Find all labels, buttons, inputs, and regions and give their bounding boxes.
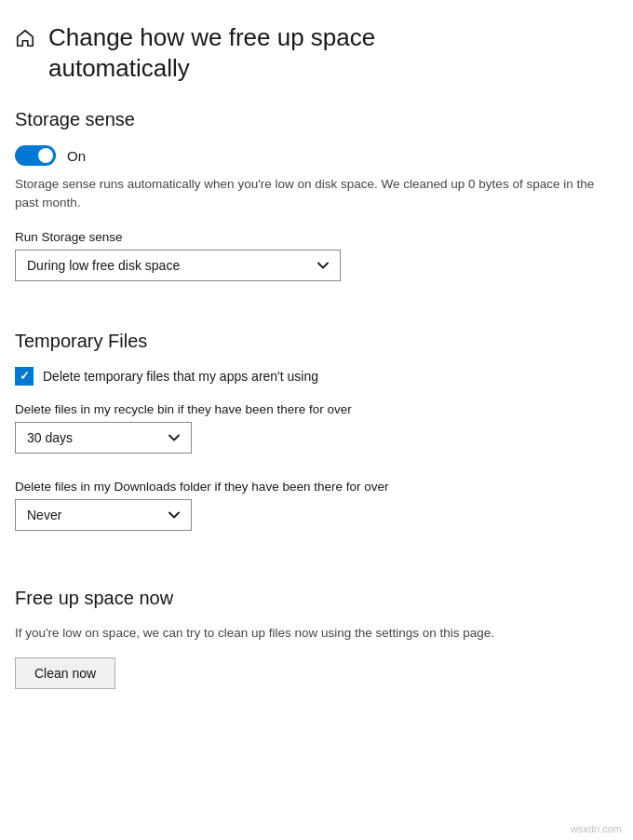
page-container: Change how we free up space automaticall… bbox=[0, 0, 633, 840]
clean-now-button[interactable]: Clean now bbox=[15, 657, 115, 689]
delete-temp-row: ✓ Delete temporary files that my apps ar… bbox=[15, 367, 618, 386]
divider-2 bbox=[15, 564, 618, 565]
delete-temp-checkbox[interactable]: ✓ bbox=[15, 367, 34, 386]
toggle-label: On bbox=[67, 148, 86, 164]
storage-sense-description: Storage sense runs automatically when yo… bbox=[15, 175, 618, 213]
recycle-bin-dropdown[interactable]: 30 days bbox=[15, 422, 192, 454]
free-up-section: Free up space now If you're low on space… bbox=[15, 588, 618, 689]
recycle-bin-section: Delete files in my recycle bin if they h… bbox=[15, 402, 618, 454]
free-up-description: If you're low on space, we can try to cl… bbox=[15, 624, 618, 643]
downloads-label: Delete files in my Downloads folder if t… bbox=[15, 480, 618, 494]
recycle-bin-label: Delete files in my recycle bin if they h… bbox=[15, 402, 618, 416]
watermark: wsxdn.com bbox=[571, 823, 622, 834]
temporary-files-title: Temporary Files bbox=[15, 331, 618, 352]
run-storage-sense-label: Run Storage sense bbox=[15, 230, 618, 244]
divider-1 bbox=[15, 307, 618, 308]
temporary-files-section: Temporary Files ✓ Delete temporary files… bbox=[15, 331, 618, 531]
chevron-down-icon bbox=[168, 432, 180, 443]
header-row: Change how we free up space automaticall… bbox=[15, 22, 618, 83]
delete-temp-label: Delete temporary files that my apps aren… bbox=[43, 369, 318, 384]
recycle-bin-value: 30 days bbox=[27, 430, 73, 445]
downloads-dropdown[interactable]: Never bbox=[15, 499, 192, 531]
chevron-down-icon bbox=[168, 509, 180, 521]
toggle-row: On bbox=[15, 145, 618, 166]
storage-sense-section: Storage sense On Storage sense runs auto… bbox=[15, 109, 618, 281]
free-up-title: Free up space now bbox=[15, 588, 618, 609]
storage-sense-title: Storage sense bbox=[15, 109, 618, 130]
page-title: Change how we free up space automaticall… bbox=[48, 22, 375, 83]
chevron-down-icon bbox=[317, 260, 329, 271]
downloads-value: Never bbox=[27, 508, 61, 522]
home-icon[interactable] bbox=[15, 28, 35, 48]
storage-sense-toggle[interactable] bbox=[15, 145, 56, 166]
checkbox-checkmark: ✓ bbox=[20, 370, 30, 382]
run-storage-sense-dropdown[interactable]: During low free disk space bbox=[15, 250, 341, 281]
run-dropdown-value: During low free disk space bbox=[27, 258, 180, 273]
downloads-section: Delete files in my Downloads folder if t… bbox=[15, 480, 618, 531]
